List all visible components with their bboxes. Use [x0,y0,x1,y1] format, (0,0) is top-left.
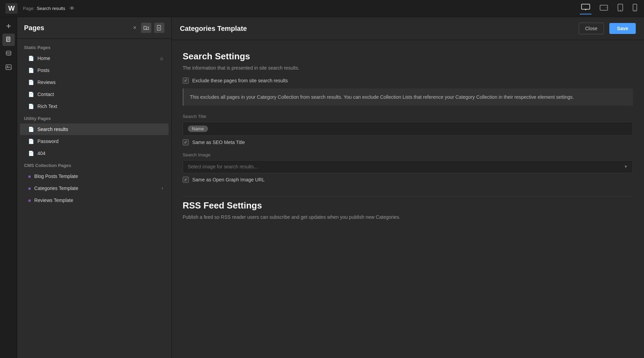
page-item-reviews-template-label: Reviews Template [34,198,163,203]
cms-section-header: CMS Collection Pages [17,159,171,170]
same-as-seo-label: Same as SEO Meta Title [192,140,245,145]
pages-tool-button[interactable] [2,34,15,46]
same-as-og-label: Same as Open Graph Image URL [192,177,265,182]
search-title-input[interactable]: Name [183,122,633,136]
search-title-label: Search Title [183,114,633,119]
page-item-password[interactable]: 📄 Password [20,135,169,147]
search-settings-description: The information that is presented in sit… [183,65,633,71]
page-item-posts[interactable]: 📄 Posts [20,64,169,76]
cms-tool-button[interactable] [2,47,15,60]
page-file-icon: 📄 [28,92,34,97]
preview-icon[interactable]: 👁 [69,5,75,12]
add-folder-button[interactable] [141,23,151,33]
content-panel-title: Categories Template [180,25,573,33]
content-panel: Categories Template Close Save Search Se… [172,17,644,358]
add-tool-button[interactable] [2,20,15,32]
same-as-seo-checkbox[interactable]: ✓ [183,139,189,145]
page-item-blog-posts-template[interactable]: ■ Blog Posts Template [20,170,169,182]
utility-pages-section-header: Utility Pages [17,112,171,123]
exclude-checkbox[interactable]: ✓ [183,77,189,84]
current-page-name: Search results [37,6,65,11]
pages-panel-title: Pages [24,24,128,32]
page-item-search-results-label: Search results [37,127,163,132]
rss-settings-section: RSS Feed Settings Publish a feed so RSS … [183,196,633,220]
page-item-blog-posts-label: Blog Posts Template [34,174,163,179]
static-pages-section-header: Static Pages [17,41,171,52]
exclude-checkbox-row: ✓ Exclude these pages from site search r… [183,77,633,84]
close-button[interactable]: Close [579,23,604,34]
search-image-select[interactable]: Select image for search results... ▼ [183,160,633,173]
pages-list: Static Pages 📄 Home ⌂ 📄 Posts 📄 Reviews … [17,39,171,358]
chevron-right-icon: › [162,186,163,191]
page-item-categories-label: Categories Template [34,186,158,191]
svg-point-8 [635,10,635,11]
page-file-icon: 📄 [28,56,34,61]
save-button[interactable]: Save [609,23,636,34]
checkmark-icon: ✓ [184,78,187,83]
page-item-contact-label: Contact [37,92,163,97]
svg-rect-0 [582,4,590,9]
info-box-text: This excludes all pages in your Category… [190,94,574,100]
page-item-posts-label: Posts [37,68,163,73]
content-body: Search Settings The information that is … [172,40,644,358]
page-file-icon: 📄 [28,151,34,156]
page-item-home-label: Home [37,56,157,61]
home-icon: ⌂ [160,56,163,61]
search-image-label: Search Image [183,152,633,157]
search-image-placeholder: Select image for search results... [188,164,624,169]
svg-point-17 [7,66,8,67]
page-file-icon: 📄 [28,127,34,132]
rss-settings-description: Publish a feed so RSS reader users can s… [183,214,633,220]
checkmark-icon: ✓ [184,140,187,145]
device-switcher [580,2,639,14]
same-as-og-checkbox[interactable]: ✓ [183,177,189,183]
page-item-categories-template[interactable]: ■ Categories Template › [20,182,169,194]
page-item-contact[interactable]: 📄 Contact [20,88,169,100]
topbar: W Page: Search results 👁 [0,0,644,17]
search-settings-section: Search Settings The information that is … [183,51,633,183]
page-item-404-label: 404 [37,151,163,156]
page-item-rich-text[interactable]: 📄 Rich Text [20,100,169,112]
svg-point-15 [6,51,11,53]
desktop-device-icon[interactable] [580,2,591,14]
svg-point-4 [606,8,607,8]
page-item-password-label: Password [37,139,163,144]
content-panel-header: Categories Template Close Save [172,17,644,40]
page-item-reviews[interactable]: 📄 Reviews [20,76,169,88]
cms-page-icon: ■ [28,174,31,179]
icon-bar [0,17,17,358]
dropdown-arrow-icon: ▼ [624,164,628,169]
main-layout: Pages × Static Pages 📄 [0,17,644,358]
rss-settings-title: RSS Feed Settings [183,196,633,211]
page-item-404[interactable]: 📄 404 [20,147,169,159]
svg-rect-16 [6,65,11,70]
page-file-icon: 📄 [28,80,34,85]
checkmark-icon: ✓ [184,177,187,182]
tablet-portrait-icon[interactable] [616,2,624,14]
name-badge: Name [188,126,208,132]
page-label: Page: [23,6,35,11]
tablet-landscape-icon[interactable] [598,3,609,14]
page-item-reviews-template[interactable]: ■ Reviews Template [20,194,169,206]
page-item-search-results[interactable]: 📄 Search results [20,123,169,135]
search-settings-title: Search Settings [183,51,633,62]
pages-panel: Pages × Static Pages 📄 [17,17,172,358]
pages-panel-close-button[interactable]: × [131,24,138,32]
webflow-logo[interactable]: W [5,3,18,14]
exclude-checkbox-label: Exclude these pages from site search res… [192,78,288,83]
same-as-seo-checkbox-row: ✓ Same as SEO Meta Title [183,139,633,145]
same-as-og-checkbox-row: ✓ Same as Open Graph Image URL [183,177,633,183]
page-item-reviews-label: Reviews [37,80,163,85]
add-page-button[interactable] [154,23,164,33]
page-item-rich-text-label: Rich Text [37,104,163,109]
cms-page-icon: ■ [28,186,31,191]
page-item-home[interactable]: 📄 Home ⌂ [20,52,169,64]
page-file-icon: 📄 [28,68,34,73]
page-file-icon: 📄 [28,139,34,144]
svg-point-6 [620,10,621,11]
assets-tool-button[interactable] [2,61,15,73]
mobile-icon[interactable] [631,2,639,14]
pages-panel-header: Pages × [17,17,171,39]
cms-page-icon: ■ [28,198,31,203]
info-box: This excludes all pages in your Category… [183,88,633,106]
